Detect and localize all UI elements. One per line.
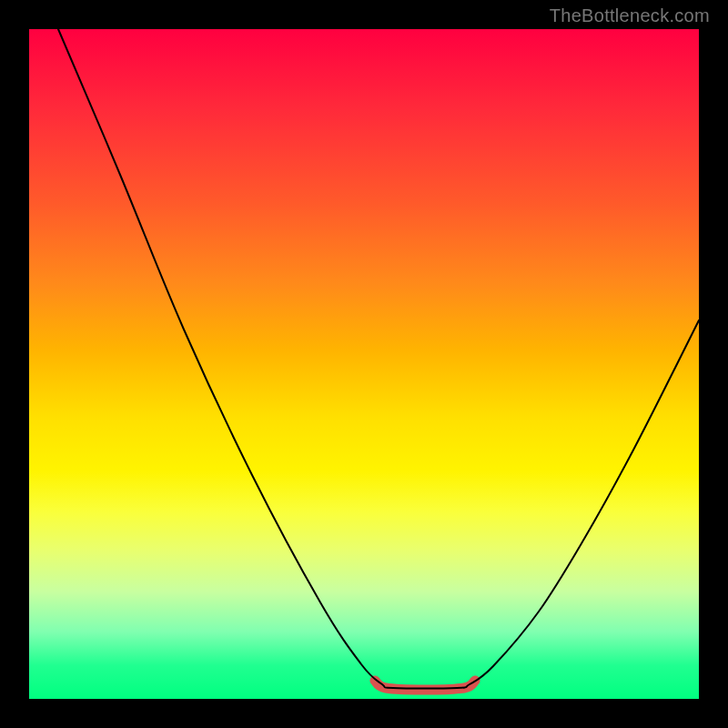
chart-container: TheBottleneck.com — [0, 0, 728, 728]
curve-svg — [29, 29, 699, 699]
main-curve-path — [58, 29, 699, 689]
plot-gradient-area — [29, 29, 699, 699]
watermark-text: TheBottleneck.com — [550, 5, 710, 26]
